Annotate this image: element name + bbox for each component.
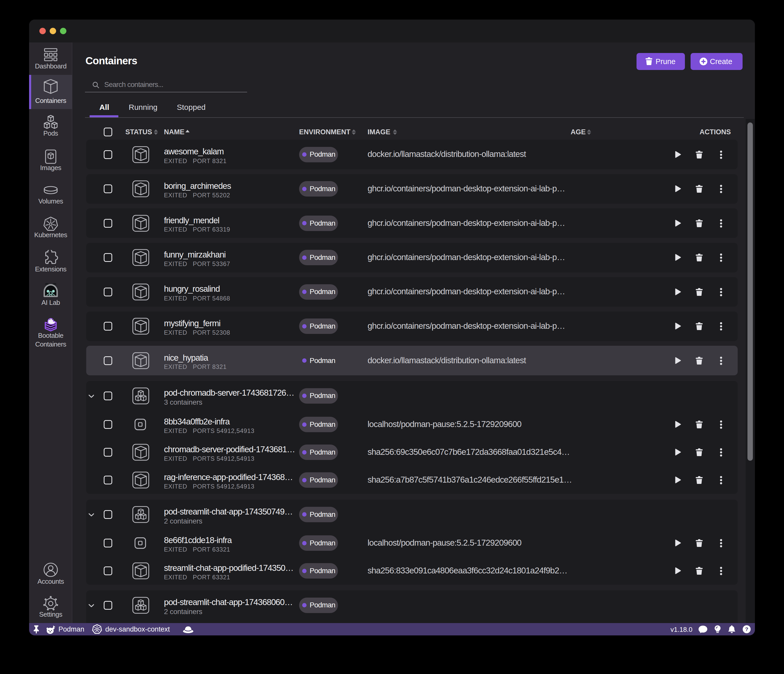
- svg-text:?: ?: [745, 626, 748, 632]
